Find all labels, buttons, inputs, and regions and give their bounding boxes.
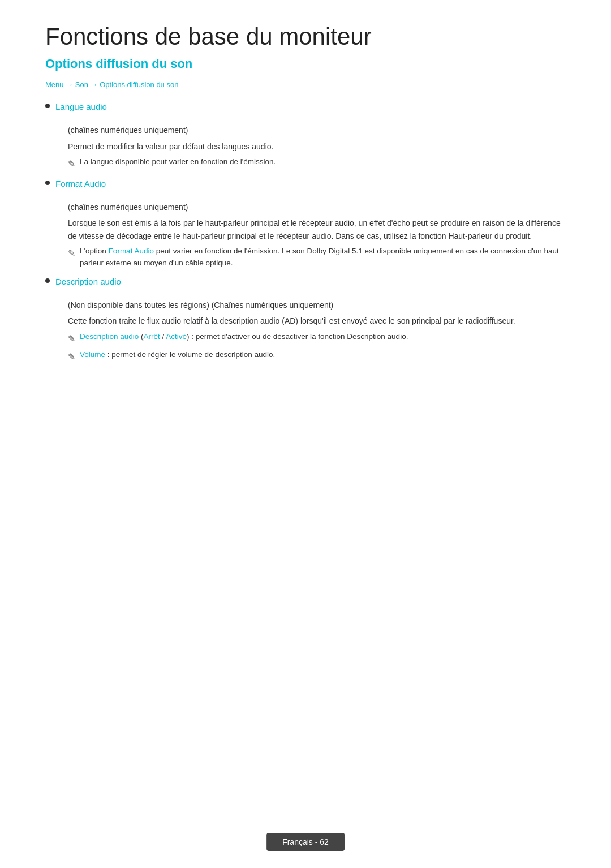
breadcrumb: Menu → Son → Options diffusion du son [45, 80, 566, 89]
langue-audio-note-text: La langue disponible peut varier en fonc… [80, 156, 276, 168]
langue-audio-details: (chaînes numériques uniquement) Permet d… [68, 124, 566, 171]
format-audio-details: (chaînes numériques uniquement) Lorsque … [68, 201, 566, 269]
langue-audio-subtext2: Permet de modifier la valeur par défaut … [68, 140, 566, 153]
langue-audio-label: Langue audio [55, 100, 107, 114]
breadcrumb-menu: Menu [45, 80, 64, 89]
format-audio-link: Format Audio [109, 247, 154, 255]
breadcrumb-arrow2: → [91, 80, 100, 89]
active-link: Activé [166, 332, 187, 341]
section-title: Options diffusion du son [45, 57, 566, 71]
page-title: Fonctions de base du moniteur [45, 23, 566, 51]
note-icon: ✎ [68, 157, 75, 171]
description-audio-note1: ✎ Description audio (Arrêt / Activé) : p… [68, 331, 566, 346]
volume-link: Volume [80, 350, 105, 359]
note-icon-2: ✎ [68, 246, 75, 261]
description-audio-label: Description audio [55, 275, 121, 289]
breadcrumb-arrow1: → [66, 80, 75, 89]
bullet-dot [45, 104, 50, 108]
description-audio-details: (Non disponible dans toutes les régions)… [68, 299, 566, 364]
note-icon-3: ✎ [68, 332, 75, 346]
langue-audio-note: ✎ La langue disponible peut varier en fo… [68, 156, 566, 171]
breadcrumb-current: Options diffusion du son [100, 80, 178, 89]
content-body: Langue audio (chaînes numériques uniquem… [45, 100, 566, 364]
bullet-item-format-audio: Format Audio [45, 177, 566, 191]
format-audio-subtext2: Lorsque le son est émis à la fois par le… [68, 217, 566, 242]
description-audio-link: Description audio [80, 332, 139, 341]
langue-audio-subtext1: (chaînes numériques uniquement) [68, 124, 566, 136]
format-audio-note: ✎ L'option Format Audio peut varier en f… [68, 246, 566, 269]
format-audio-note-text: L'option Format Audio peut varier en fon… [80, 246, 566, 269]
bullet-dot-3 [45, 278, 50, 283]
description-audio-note2: ✎ Volume : permet de régler le volume de… [68, 349, 566, 364]
bullet-item-description-audio: Description audio [45, 275, 566, 289]
bullet-item-langue-audio: Langue audio [45, 100, 566, 114]
format-audio-subtext1: (chaînes numériques uniquement) [68, 201, 566, 213]
description-audio-subtext2: Cette fonction traite le flux audio rela… [68, 315, 566, 327]
note-icon-4: ✎ [68, 350, 75, 364]
description-audio-note2-text: Volume : permet de régler le volume de d… [80, 349, 275, 361]
footer-label: Français - 62 [266, 833, 345, 851]
bullet-dot-2 [45, 181, 50, 185]
breadcrumb-son: Son [75, 80, 88, 89]
format-audio-label: Format Audio [55, 177, 106, 191]
arret-link: Arrêt [144, 332, 160, 341]
description-audio-subtext1: (Non disponible dans toutes les régions)… [68, 299, 566, 311]
description-audio-note1-text: Description audio (Arrêt / Activé) : per… [80, 331, 408, 343]
